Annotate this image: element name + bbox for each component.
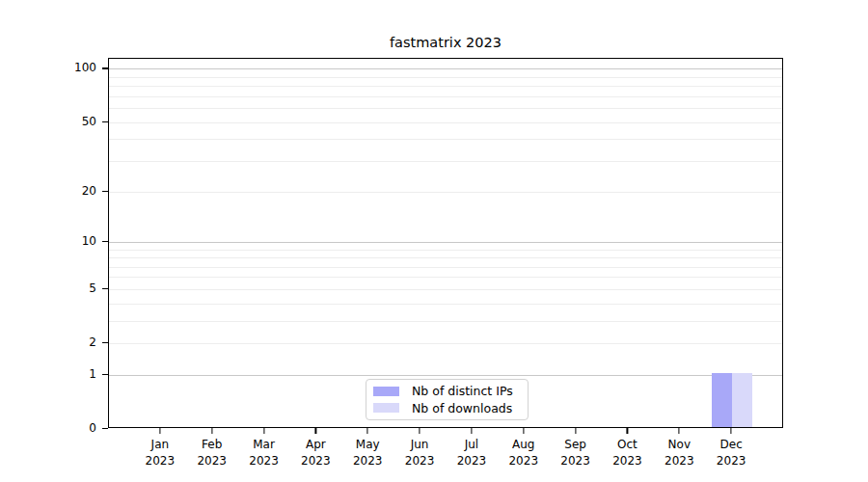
y-tick-label: 2 bbox=[10, 336, 96, 348]
legend: Nb of distinct IPsNb of downloads bbox=[366, 379, 529, 420]
chart-title: fastmatrix 2023 bbox=[108, 35, 783, 50]
x-tick-mark bbox=[159, 428, 160, 434]
gridline-major bbox=[109, 68, 782, 69]
gridline-minor bbox=[109, 267, 782, 268]
x-tick-year: 2023 bbox=[391, 453, 448, 469]
x-tick-month: May bbox=[339, 437, 396, 453]
gridline-minor bbox=[109, 122, 782, 123]
x-tick-year: 2023 bbox=[131, 453, 189, 469]
gridline-major bbox=[109, 375, 782, 376]
gridline-minor bbox=[109, 250, 782, 251]
x-tick-label: May2023 bbox=[339, 437, 396, 469]
x-tick-month: Jul bbox=[443, 437, 501, 453]
x-tick-year: 2023 bbox=[650, 453, 708, 469]
x-tick-year: 2023 bbox=[547, 453, 605, 469]
x-tick-label: Jan2023 bbox=[131, 437, 189, 469]
y-tick-label: 10 bbox=[10, 235, 96, 247]
legend-label: Nb of distinct IPs bbox=[412, 384, 513, 398]
x-tick-mark bbox=[471, 428, 472, 434]
x-tick-month: Dec bbox=[702, 437, 760, 453]
gridline-minor bbox=[109, 192, 782, 193]
x-tick-mark bbox=[627, 428, 628, 434]
x-tick-mark bbox=[523, 428, 524, 434]
y-axis: 0125102050100 bbox=[0, 58, 108, 428]
y-tick-label: 1 bbox=[10, 368, 96, 380]
x-tick-mark bbox=[263, 428, 264, 434]
x-tick-mark bbox=[419, 428, 420, 434]
gridline-minor bbox=[109, 108, 782, 109]
x-tick-month: Apr bbox=[286, 437, 344, 453]
bar-distinct-ips bbox=[712, 373, 732, 427]
x-tick-year: 2023 bbox=[286, 453, 344, 469]
x-tick-mark bbox=[211, 428, 212, 434]
legend-swatch-downloads bbox=[373, 403, 399, 413]
legend-label: Nb of downloads bbox=[412, 401, 512, 415]
x-tick-year: 2023 bbox=[235, 453, 293, 469]
gridline-minor bbox=[109, 161, 782, 162]
gridline-minor bbox=[109, 257, 782, 258]
legend-swatch-distinct-ips bbox=[373, 387, 399, 396]
bar-downloads bbox=[732, 373, 752, 427]
gridline-minor bbox=[109, 86, 782, 87]
x-tick-mark bbox=[731, 428, 732, 434]
x-tick-month: Sep bbox=[547, 437, 605, 453]
x-tick-label: Mar2023 bbox=[235, 437, 293, 469]
x-tick-month: Oct bbox=[598, 437, 656, 453]
x-tick-year: 2023 bbox=[443, 453, 501, 469]
x-tick-year: 2023 bbox=[702, 453, 760, 469]
x-tick-label: Jul2023 bbox=[443, 437, 501, 469]
gridline-minor bbox=[109, 96, 782, 97]
gridline-major bbox=[109, 242, 782, 243]
gridline-minor bbox=[109, 343, 782, 344]
x-tick-year: 2023 bbox=[598, 453, 656, 469]
y-tick-label: 0 bbox=[10, 422, 96, 434]
x-tick-month: Feb bbox=[183, 437, 241, 453]
legend-item: Nb of downloads bbox=[373, 400, 521, 417]
x-tick-label: Oct2023 bbox=[598, 437, 656, 469]
x-tick-month: Jan bbox=[131, 437, 189, 453]
x-tick-label: Apr2023 bbox=[286, 437, 344, 469]
x-tick-mark bbox=[575, 428, 576, 434]
y-tick-label: 20 bbox=[10, 185, 96, 197]
legend-item: Nb of distinct IPs bbox=[373, 383, 521, 400]
y-tick-label: 5 bbox=[10, 282, 96, 294]
x-tick-mark bbox=[367, 428, 368, 434]
x-tick-year: 2023 bbox=[495, 453, 553, 469]
x-tick-label: Nov2023 bbox=[650, 437, 708, 469]
x-tick-label: Jun2023 bbox=[391, 437, 448, 469]
chart: fastmatrix 2023 0125102050100 Nb of dist… bbox=[0, 0, 868, 482]
gridline-minor bbox=[109, 321, 782, 322]
y-tick-label: 50 bbox=[10, 116, 96, 127]
x-axis: Jan2023Feb2023Mar2023Apr2023May2023Jun20… bbox=[108, 428, 783, 482]
x-tick-label: Aug2023 bbox=[495, 437, 553, 469]
x-tick-label: Feb2023 bbox=[183, 437, 241, 469]
gridline-minor bbox=[109, 277, 782, 278]
x-tick-label: Dec2023 bbox=[702, 437, 760, 469]
x-tick-month: Aug bbox=[495, 437, 553, 453]
gridline-minor bbox=[109, 304, 782, 305]
x-tick-mark bbox=[679, 428, 680, 434]
gridline-minor bbox=[109, 139, 782, 140]
y-tick-label: 100 bbox=[10, 62, 96, 73]
plot-area: Nb of distinct IPsNb of downloads bbox=[108, 58, 783, 428]
gridline-minor bbox=[109, 289, 782, 290]
x-tick-month: Nov bbox=[650, 437, 708, 453]
x-tick-label: Sep2023 bbox=[547, 437, 605, 469]
x-tick-year: 2023 bbox=[339, 453, 396, 469]
x-tick-month: Mar bbox=[235, 437, 293, 453]
x-tick-mark bbox=[315, 428, 316, 434]
x-tick-month: Jun bbox=[391, 437, 448, 453]
gridline-minor bbox=[109, 77, 782, 78]
x-tick-year: 2023 bbox=[183, 453, 241, 469]
